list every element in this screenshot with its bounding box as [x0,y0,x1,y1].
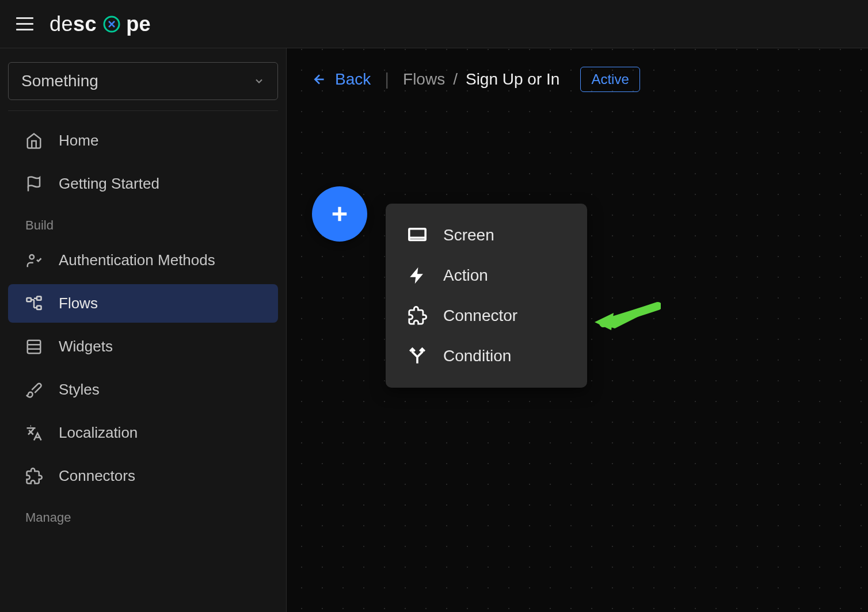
auth-icon [25,252,43,269]
svg-rect-4 [37,296,41,300]
sidebar-item-connectors[interactable]: Connectors [8,457,278,495]
sidebar-item-label: Home [59,132,98,150]
section-label-build: Build [8,208,278,241]
monitor-icon [408,225,427,245]
topbar: desc pe [0,0,868,48]
sidebar-item-auth-methods[interactable]: Authentication Methods [8,241,278,280]
bolt-icon [408,266,427,285]
menu-item-screen[interactable]: Screen [390,215,583,255]
svg-rect-5 [37,305,41,309]
branch-icon [408,346,427,366]
menu-item-label: Action [443,266,488,285]
sidebar-item-label: Connectors [59,467,135,485]
flows-icon [25,295,43,312]
sidebar-item-label: Widgets [59,338,113,355]
logo-accent [97,12,126,36]
sidebar-item-label: Styles [59,381,100,399]
sidebar-item-home[interactable]: Home [8,121,278,160]
logo: desc pe [50,12,151,36]
sidebar: Something Home Getting Started Build Aut… [0,48,287,612]
menu-item-condition[interactable]: Condition [390,336,583,376]
flag-icon [25,175,43,193]
svg-rect-6 [28,340,41,353]
project-name: Something [21,72,98,90]
plus-icon [328,202,352,226]
sidebar-item-label: Authentication Methods [59,251,215,269]
sidebar-item-widgets[interactable]: Widgets [8,327,278,366]
canvas-header: Back | Flows / Sign Up or In Active [287,48,868,110]
project-selector[interactable]: Something [8,62,278,100]
extension-icon [408,306,427,326]
breadcrumb: Flows / Sign Up or In [403,70,559,89]
home-icon [25,132,43,150]
sidebar-item-label: Localization [59,424,138,442]
section-label-manage: Manage [8,500,278,533]
divider [8,110,278,111]
sidebar-item-flows[interactable]: Flows [8,284,278,323]
arrow-left-icon [312,72,327,87]
chevron-down-icon [253,75,265,87]
add-node-menu: Screen Action Connector Condition [386,204,587,388]
translate-icon [25,424,43,442]
menu-item-action[interactable]: Action [390,255,583,296]
canvas-area[interactable]: Back | Flows / Sign Up or In Active Scre… [287,48,868,612]
divider: | [384,70,389,89]
menu-item-label: Connector [443,307,517,325]
annotation-arrow [592,300,661,341]
menu-item-label: Condition [443,347,511,365]
svg-rect-3 [27,298,32,301]
menu-item-connector[interactable]: Connector [390,296,583,336]
back-button[interactable]: Back [312,70,371,89]
sidebar-item-label: Flows [59,294,98,312]
status-badge: Active [580,67,639,92]
hamburger-menu-button[interactable] [16,17,33,30]
breadcrumb-separator: / [453,70,458,89]
svg-marker-14 [595,313,614,330]
sidebar-item-localization[interactable]: Localization [8,414,278,452]
add-node-button[interactable] [312,186,367,242]
menu-item-label: Screen [443,226,494,244]
sidebar-item-label: Getting Started [59,175,159,193]
extension-icon [25,468,43,485]
sidebar-item-styles[interactable]: Styles [8,370,278,409]
svg-point-2 [30,255,35,259]
breadcrumb-root[interactable]: Flows [403,70,445,89]
sidebar-item-getting-started[interactable]: Getting Started [8,165,278,203]
widgets-icon [25,338,43,355]
back-label: Back [335,70,371,89]
brush-icon [25,381,43,399]
breadcrumb-current: Sign Up or In [466,70,559,89]
